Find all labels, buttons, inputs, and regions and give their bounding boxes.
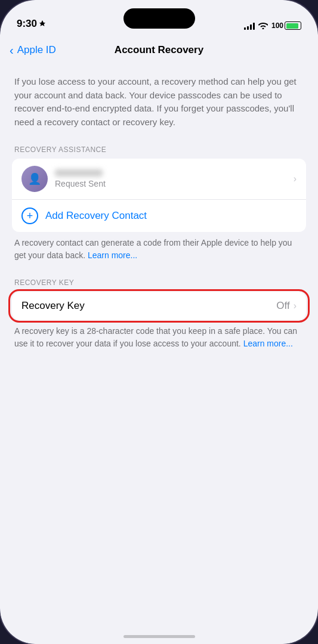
main-description: If you lose access to your account, a re… <box>12 75 306 129</box>
recovery-assistance-footer: A recovery contact can generate a code f… <box>12 237 306 262</box>
recovery-key-learn-more-link[interactable]: Learn more... <box>243 339 293 348</box>
signal-bar-2 <box>247 26 249 30</box>
recovery-assistance-footer-text: A recovery contact can generate a code f… <box>14 238 292 260</box>
battery-indicator: 100 <box>271 21 301 30</box>
battery-fill <box>286 23 299 29</box>
wifi-icon <box>258 22 268 29</box>
recovery-key-footer: A recovery key is a 28-character code th… <box>12 325 306 350</box>
nav-header: ‹ Apple ID Account Recovery <box>0 35 318 66</box>
add-icon: + <box>21 208 38 224</box>
time-display: 9:30 <box>17 18 37 30</box>
phone-screen: 9:30 100 <box>0 0 318 644</box>
contact-status: Request Sent <box>55 179 294 188</box>
recovery-key-card: Recovery Key Off › <box>12 292 306 320</box>
recovery-key-section-label: RECOVERY KEY <box>12 278 306 287</box>
contact-name-blurred <box>55 169 103 177</box>
back-label: Apple ID <box>17 44 56 56</box>
signal-strength <box>244 21 255 30</box>
home-indicator <box>124 635 195 638</box>
status-time: 9:30 <box>17 18 45 30</box>
avatar: 👤 <box>21 166 48 192</box>
battery-percent: 100 <box>271 21 283 30</box>
back-button[interactable]: ‹ Apple ID <box>10 44 56 57</box>
status-icons: 100 <box>244 21 301 30</box>
signal-bar-1 <box>244 27 246 30</box>
recovery-key-row-label: Recovery Key <box>21 300 276 312</box>
battery-body <box>285 21 301 30</box>
back-chevron-icon: ‹ <box>10 44 14 57</box>
page-title: Account Recovery <box>115 44 203 56</box>
phone-shell: 9:30 100 <box>0 0 318 644</box>
recovery-key-chevron-icon: › <box>294 301 297 311</box>
contact-info: Request Sent <box>55 169 294 188</box>
scroll-content: If you lose access to your account, a re… <box>0 66 318 644</box>
avatar-initials: 👤 <box>28 172 41 185</box>
recovery-key-card-wrapper: Recovery Key Off › <box>12 292 306 320</box>
recovery-assistance-section-label: RECOVERY ASSISTANCE <box>12 145 306 154</box>
recovery-key-row[interactable]: Recovery Key Off › <box>12 292 306 320</box>
add-recovery-contact-row[interactable]: + Add Recovery Contact <box>12 200 306 232</box>
recovery-key-value: Off <box>276 300 289 312</box>
signal-bar-3 <box>250 24 252 30</box>
location-icon <box>39 20 45 27</box>
recovery-assistance-learn-more-link[interactable]: Learn more... <box>88 250 137 260</box>
signal-bar-4 <box>253 23 255 30</box>
recovery-assistance-card: 👤 Request Sent › + Add Recovery Contact <box>12 159 306 232</box>
contact-row[interactable]: 👤 Request Sent › <box>12 159 306 200</box>
dynamic-island <box>124 8 195 29</box>
plus-icon: + <box>27 210 33 221</box>
contact-row-chevron-icon: › <box>294 174 297 184</box>
add-recovery-contact-label: Add Recovery Contact <box>45 210 147 222</box>
